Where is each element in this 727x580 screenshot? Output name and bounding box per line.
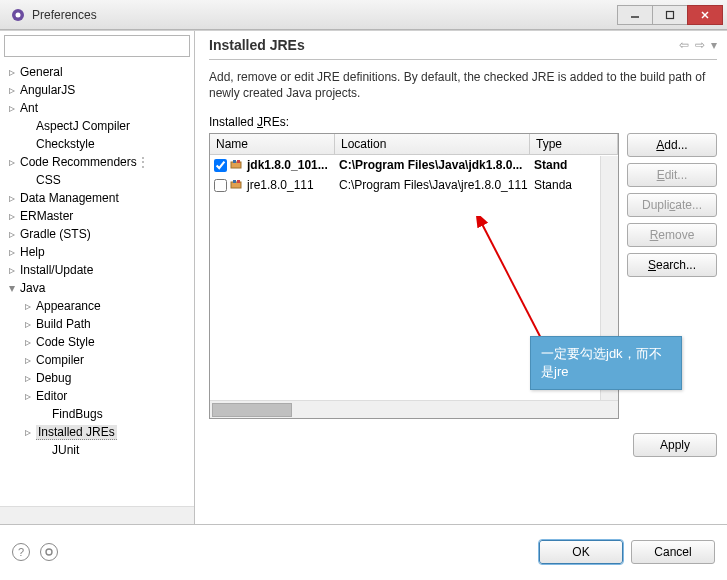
cancel-button[interactable]: Cancel (631, 540, 715, 564)
chevron-right-icon[interactable]: ▹ (6, 228, 18, 240)
main-area: ▹General▹AngularJS▹AntAspectJ CompilerCh… (0, 30, 727, 524)
tree-item-general[interactable]: ▹General (0, 63, 194, 81)
chevron-right-icon[interactable]: ▹ (6, 84, 18, 96)
tree-item-code-style[interactable]: ▹Code Style (0, 333, 194, 351)
tree-item-java[interactable]: ▾Java (0, 279, 194, 297)
chevron-right-icon[interactable]: ▹ (6, 66, 18, 78)
tree-item-gradle-sts-[interactable]: ▹Gradle (STS) (0, 225, 194, 243)
chevron-right-icon[interactable]: ▹ (6, 192, 18, 204)
app-icon (10, 7, 26, 23)
ok-button[interactable]: OK (539, 540, 623, 564)
help-icon[interactable]: ? (12, 543, 30, 561)
table-body: jdk1.8.0_101...C:\Program Files\Java\jdk… (210, 155, 618, 400)
chevron-right-icon[interactable]: ▹ (6, 246, 18, 258)
tree-item-findbugs[interactable]: FindBugs (0, 405, 194, 423)
remove-button[interactable]: Remove (627, 223, 717, 247)
tree-item-checkstyle[interactable]: Checkstyle (0, 135, 194, 153)
tree-item-label: FindBugs (52, 407, 103, 421)
chevron-right-icon[interactable]: ▹ (22, 390, 34, 402)
table-row[interactable]: jdk1.8.0_101...C:\Program Files\Java\jdk… (210, 155, 618, 175)
filter-box (0, 31, 194, 61)
blank-icon[interactable] (22, 174, 34, 186)
jre-checkbox[interactable] (214, 159, 227, 172)
table-row[interactable]: jre1.8.0_111C:\Program Files\Java\jre1.8… (210, 175, 618, 195)
svg-rect-8 (237, 160, 240, 163)
left-pane: ▹General▹AngularJS▹AntAspectJ CompilerCh… (0, 31, 195, 524)
preferences-tree[interactable]: ▹General▹AngularJS▹AntAspectJ CompilerCh… (0, 61, 194, 506)
table-v-scrollbar[interactable] (600, 156, 618, 400)
tree-item-debug[interactable]: ▹Debug (0, 369, 194, 387)
window-controls (618, 5, 723, 25)
tree-item-install-update[interactable]: ▹Install/Update (0, 261, 194, 279)
duplicate-button[interactable]: Duplicate... (627, 193, 717, 217)
page-description: Add, remove or edit JRE definitions. By … (209, 70, 717, 101)
search-button[interactable]: Search... (627, 253, 717, 277)
bottom-bar: ? OK Cancel (0, 524, 727, 579)
window-title: Preferences (32, 8, 618, 22)
help-icons: ? (12, 543, 539, 561)
close-button[interactable] (687, 5, 723, 25)
tree-item-angularjs[interactable]: ▹AngularJS (0, 81, 194, 99)
back-icon[interactable]: ⇦ (679, 38, 689, 52)
tree-item-label: Code Recommenders (20, 155, 137, 169)
tree-item-data-management[interactable]: ▹Data Management (0, 189, 194, 207)
blank-icon[interactable] (22, 120, 34, 132)
chevron-right-icon[interactable]: ▹ (22, 372, 34, 384)
chevron-right-icon[interactable]: ▹ (6, 156, 18, 168)
forward-icon[interactable]: ⇨ (695, 38, 705, 52)
chevron-right-icon[interactable]: ▹ (6, 210, 18, 222)
svg-rect-7 (233, 160, 236, 163)
edit-button[interactable]: Edit... (627, 163, 717, 187)
jre-library-icon (230, 179, 244, 191)
apply-row: Apply (209, 433, 717, 457)
chevron-right-icon[interactable]: ▹ (6, 264, 18, 276)
svg-rect-10 (233, 180, 236, 183)
col-location[interactable]: Location (335, 134, 530, 154)
chevron-right-icon[interactable]: ▹ (22, 426, 34, 438)
svg-rect-11 (237, 180, 240, 183)
chevron-right-icon[interactable]: ▹ (22, 354, 34, 366)
chevron-right-icon[interactable]: ▹ (22, 300, 34, 312)
apply-button[interactable]: Apply (633, 433, 717, 457)
tree-item-compiler[interactable]: ▹Compiler (0, 351, 194, 369)
tree-item-css[interactable]: CSS (0, 171, 194, 189)
tree-item-label: Appearance (36, 299, 101, 313)
tree-item-junit[interactable]: JUnit (0, 441, 194, 459)
add-button[interactable]: Add... (627, 133, 717, 157)
tree-item-label: Debug (36, 371, 71, 385)
filter-input[interactable] (4, 35, 190, 57)
cell-name: jre1.8.0_111 (210, 178, 335, 192)
blank-icon[interactable] (38, 444, 50, 456)
blank-icon[interactable] (22, 138, 34, 150)
chevron-right-icon[interactable]: ▹ (6, 102, 18, 114)
col-name[interactable]: Name (210, 134, 335, 154)
table-h-scrollbar[interactable] (210, 400, 618, 418)
chevron-right-icon[interactable]: ▹ (22, 318, 34, 330)
table-header: Name Location Type (210, 134, 618, 155)
clip-indicator: ⋮ (137, 155, 149, 169)
blank-icon[interactable] (38, 408, 50, 420)
tree-item-code-recommenders[interactable]: ▹Code Recommenders ⋮ (0, 153, 194, 171)
dialog-buttons: OK Cancel (539, 540, 715, 564)
jre-table[interactable]: Name Location Type jdk1.8.0_101...C:\Pro… (209, 133, 619, 419)
tree-item-editor[interactable]: ▹Editor (0, 387, 194, 405)
minimize-button[interactable] (617, 5, 653, 25)
import-export-icon[interactable] (40, 543, 58, 561)
tree-item-label: ERMaster (20, 209, 73, 223)
chevron-right-icon[interactable]: ▹ (22, 336, 34, 348)
jre-checkbox[interactable] (214, 179, 227, 192)
col-type[interactable]: Type (530, 134, 618, 154)
tree-item-ermaster[interactable]: ▹ERMaster (0, 207, 194, 225)
tree-item-ant[interactable]: ▹Ant (0, 99, 194, 117)
tree-item-label: JUnit (52, 443, 79, 457)
horiz-scrollbar[interactable] (0, 506, 194, 524)
tree-item-help[interactable]: ▹Help (0, 243, 194, 261)
chevron-down-icon[interactable]: ▾ (6, 282, 18, 294)
tree-item-appearance[interactable]: ▹Appearance (0, 297, 194, 315)
cell-location: C:\Program Files\Java\jre1.8.0_111 (335, 178, 530, 192)
tree-item-build-path[interactable]: ▹Build Path (0, 315, 194, 333)
tree-item-installed-jres[interactable]: ▹Installed JREs (0, 423, 194, 441)
maximize-button[interactable] (652, 5, 688, 25)
menu-dropdown-icon[interactable]: ▾ (711, 38, 717, 52)
tree-item-aspectj-compiler[interactable]: AspectJ Compiler (0, 117, 194, 135)
